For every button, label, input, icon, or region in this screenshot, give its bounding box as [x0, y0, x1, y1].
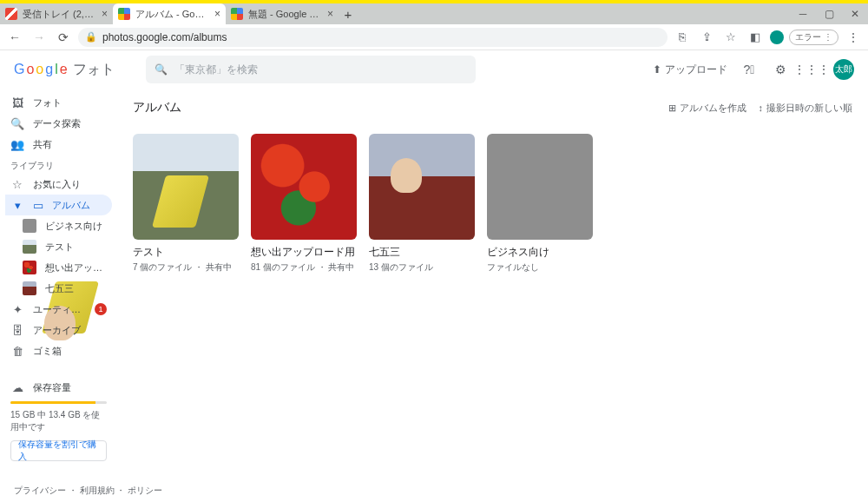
logo-suffix: フォト	[73, 61, 115, 79]
upload-button[interactable]: ⬆ アップロード	[653, 63, 727, 77]
back-button[interactable]: ←	[5, 28, 24, 47]
main-header: アルバム ⊞ アルバムを作成 ↕ 撮影日時の新しい順	[133, 94, 852, 122]
install-icon[interactable]: ⎘	[673, 28, 692, 47]
close-icon[interactable]: ×	[102, 8, 108, 20]
sidebar-item-trash[interactable]: 🗑 ゴミ箱	[5, 340, 112, 361]
album-card[interactable]: 七五三 13 個のファイル	[369, 134, 475, 274]
album-meta: ファイルなし	[487, 261, 593, 274]
footer-links: プライバシー ・ 利用規約 ・ ポリシー	[14, 485, 162, 497]
search-placeholder: 「東京都」を検索	[174, 63, 258, 77]
sidebar-item-utilities[interactable]: ✦ ユーティリティ 1	[5, 299, 112, 320]
notification-badge: 1	[95, 303, 107, 315]
album-thumbnail	[133, 134, 239, 240]
privacy-link[interactable]: プライバシー	[14, 485, 66, 495]
browser-tab[interactable]: 無題 - Google フォト ×	[226, 3, 339, 24]
policy-link[interactable]: ポリシー	[128, 485, 162, 495]
new-tab-button[interactable]: +	[339, 7, 358, 22]
album-thumbnail	[251, 134, 357, 240]
sidebar-album-child[interactable]: 七五三	[5, 278, 112, 299]
forward-button[interactable]: →	[30, 28, 49, 47]
help-icon[interactable]: ?⃝	[740, 60, 759, 79]
sidebar-item-label: 七五三	[45, 282, 107, 295]
sidebar-album-child[interactable]: ビジネス向け	[5, 215, 112, 236]
account-avatar[interactable]: 太郎	[833, 59, 854, 80]
sidebar-item-label: 共有	[33, 138, 107, 151]
sidebar-album-child[interactable]: テスト	[5, 236, 112, 257]
sidebar-item-explore[interactable]: 🔍 データ探索	[5, 113, 112, 134]
sidebar-section-library: ライブラリ	[5, 155, 112, 174]
buy-storage-button[interactable]: 保存容量を割引で購入	[10, 440, 107, 461]
close-icon[interactable]: ×	[327, 8, 333, 20]
star-icon: ☆	[10, 178, 24, 191]
maximize-button[interactable]: ▢	[816, 3, 842, 24]
sidebar-item-label: 保存容量	[33, 381, 107, 394]
upload-label: アップロード	[665, 63, 727, 77]
album-grid: テスト 7 個のファイル ・ 共有中 想い出アップロード用 81 個のファイル …	[133, 134, 852, 274]
search-icon: 🔍	[155, 63, 168, 76]
people-icon: 👥	[10, 138, 24, 151]
sidebar-item-photos[interactable]: 🖼 フォト	[5, 92, 112, 113]
album-thumbnail	[487, 134, 593, 240]
browser-menu-button[interactable]: ⋮	[844, 28, 863, 47]
storage-usage-text: 15 GB 中 13.4 GB を使用中です	[10, 409, 107, 433]
profile-avatar-small[interactable]	[770, 30, 784, 44]
sort-icon: ↕	[759, 102, 764, 113]
album-meta: 7 個のファイル ・ 共有中	[133, 261, 239, 274]
sidebar-item-label: お気に入り	[33, 178, 107, 191]
album-card[interactable]: テスト 7 個のファイル ・ 共有中	[133, 134, 239, 274]
browser-tab[interactable]: アルバム - Google フォト ×	[113, 3, 226, 24]
plus-icon: ⊞	[668, 102, 676, 114]
album-icon: ▭	[33, 199, 43, 212]
terms-link[interactable]: 利用規約	[80, 485, 115, 495]
chevron-down-icon: ▾	[10, 199, 24, 212]
bookmark-icon[interactable]: ☆	[721, 28, 740, 47]
search-input[interactable]: 🔍 「東京都」を検索	[146, 56, 476, 83]
trash-icon: 🗑	[10, 345, 24, 358]
window-controls: ─ ▢ ✕	[790, 3, 868, 24]
archive-icon: 🗄	[10, 324, 24, 337]
create-album-button[interactable]: ⊞ アルバムを作成	[668, 102, 746, 115]
sidebar-item-storage[interactable]: ☁ 保存容量	[10, 377, 107, 398]
settings-icon[interactable]: ⚙	[771, 60, 790, 79]
sidebar-album-child[interactable]: 想い出アップロ…	[5, 257, 112, 278]
reload-button[interactable]: ⟳	[54, 28, 73, 47]
page-title: アルバム	[133, 100, 181, 116]
browser-tab[interactable]: 受信トレイ (2,364) - メール ×	[0, 3, 113, 24]
album-card[interactable]: 想い出アップロード用 81 個のファイル ・ 共有中	[251, 134, 357, 274]
sidebar-item-label: アルバム	[52, 199, 107, 212]
album-title: 七五三	[369, 245, 475, 260]
sidebar-item-archive[interactable]: 🗄 アーカイブ	[5, 320, 112, 340]
browser-address-bar: ← → ⟳ 🔒 photos.google.com/albums ⎘ ⇪ ☆ ◧…	[0, 24, 868, 50]
sidebar-item-label: フォト	[33, 96, 107, 109]
sidebar-item-label: 想い出アップロ…	[45, 261, 107, 274]
sort-button[interactable]: ↕ 撮影日時の新しい順	[759, 102, 853, 115]
sidebar-item-sharing[interactable]: 👥 共有	[5, 134, 112, 155]
google-photos-icon	[231, 8, 243, 20]
google-photos-logo[interactable]: Google フォト	[14, 61, 115, 79]
close-window-button[interactable]: ✕	[842, 3, 868, 24]
url-field[interactable]: 🔒 photos.google.com/albums	[78, 28, 667, 47]
gmail-icon	[5, 8, 17, 20]
sidebar-item-label: ユーティリティ	[33, 303, 86, 316]
share-icon[interactable]: ⇪	[697, 28, 716, 47]
close-icon[interactable]: ×	[214, 8, 220, 20]
search-icon: 🔍	[10, 117, 24, 130]
album-thumb-icon	[23, 240, 36, 254]
url-text: photos.google.com/albums	[102, 31, 227, 43]
album-card[interactable]: ビジネス向け ファイルなし	[487, 134, 593, 274]
sidebar-item-albums[interactable]: ▾ ▭ アルバム	[5, 195, 112, 215]
app-header: Google フォト 🔍 「東京都」を検索 ⬆ アップロード ?⃝ ⚙ ⋮⋮⋮ …	[0, 50, 868, 89]
lock-icon: 🔒	[85, 31, 97, 43]
create-album-label: アルバムを作成	[680, 102, 746, 115]
apps-grid-icon[interactable]: ⋮⋮⋮	[802, 60, 821, 79]
tab-title: アルバム - Google フォト	[135, 8, 209, 21]
sidebar-item-favorites[interactable]: ☆ お気に入り	[5, 174, 112, 195]
photo-icon: 🖼	[10, 96, 24, 109]
tab-title: 受信トレイ (2,364) - メール	[23, 8, 96, 21]
error-indicator[interactable]: エラー ⋮	[789, 30, 838, 45]
extensions-icon[interactable]: ◧	[746, 28, 765, 47]
album-thumb-icon	[23, 219, 36, 233]
album-thumb-icon	[23, 281, 36, 295]
upload-icon: ⬆	[653, 63, 661, 76]
minimize-button[interactable]: ─	[790, 3, 816, 24]
